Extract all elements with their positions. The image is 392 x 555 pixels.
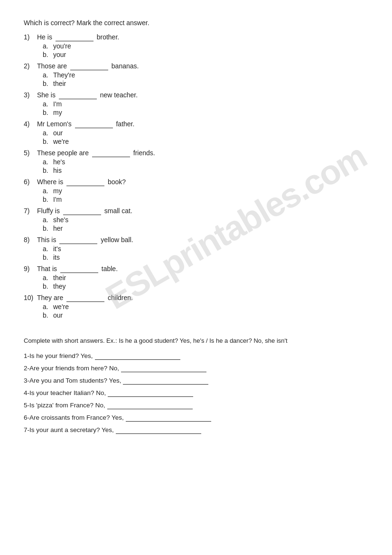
question-text: Where is book? (37, 178, 126, 186)
answer-blank (70, 62, 108, 70)
section1-instructions: Which is correct? Mark the correct answe… (24, 19, 368, 27)
option-block: b.my (43, 109, 368, 116)
question-text: That is table. (37, 265, 118, 273)
option-line: b.their (43, 80, 368, 87)
option-label: b. (43, 109, 53, 116)
question-block: 1)He is brother.a.you'reb.your (24, 33, 368, 58)
option-text: their (53, 274, 66, 282)
question-line: 7)Fluffy is small cat. (24, 207, 368, 215)
question-text: This is yellow ball. (37, 236, 133, 244)
option-line: b.my (43, 109, 368, 116)
option-label: b. (43, 311, 53, 319)
option-line: b.her (43, 225, 368, 232)
question-line: 4)Mr Lemon's father. (24, 120, 368, 128)
option-text: you're (53, 42, 71, 50)
question-line: 8)This is yellow ball. (24, 236, 368, 244)
short-answer-line: 7-Is your aunt a secretary? Yes, (24, 426, 368, 434)
question-block: 2)Those are bananas.a.They'reb.their (24, 62, 368, 87)
option-label: b. (43, 51, 53, 58)
option-line: a.They're (43, 71, 368, 79)
option-text: your (53, 51, 66, 58)
short-answer-text: 4-Is your teacher Italian? No, (24, 389, 106, 396)
question-number: 5) (24, 149, 37, 157)
option-label: b. (43, 196, 53, 203)
short-answer-blank (121, 365, 206, 372)
short-answer-line: 1-Is he your friend? Yes, (24, 352, 368, 360)
short-answer-text: 1-Is he your friend? Yes, (24, 352, 93, 359)
question-text: She is new teacher. (37, 91, 138, 99)
option-line: b.we're (43, 138, 368, 145)
option-line: a.my (43, 187, 368, 195)
option-line: a.we're (43, 303, 368, 310)
answer-blank (59, 91, 97, 99)
question-number: 4) (24, 120, 37, 128)
option-text: my (53, 187, 62, 195)
short-answer-block: 1-Is he your friend? Yes, (24, 352, 368, 360)
page-content: ESLprintables.com Which is correct? Mark… (24, 19, 368, 434)
option-label: a. (43, 100, 53, 108)
question-text: Mr Lemon's father. (37, 120, 134, 128)
option-line: a.he's (43, 158, 368, 166)
section1: Which is correct? Mark the correct answe… (24, 19, 368, 319)
option-line: a.she's (43, 216, 368, 224)
option-block: a.he's (43, 158, 368, 166)
option-line: a.their (43, 274, 368, 282)
question-block: 3)She is new teacher.a.I'mb.my (24, 91, 368, 116)
short-answer-blank (95, 352, 180, 360)
answer-blank (56, 33, 93, 41)
short-answer-block: 2-Are your friends from here? No, (24, 365, 368, 372)
option-text: my (53, 109, 62, 116)
questions-container: 1)He is brother.a.you'reb.your2)Those ar… (24, 33, 368, 319)
question-text: Those are bananas. (37, 62, 139, 70)
option-block: b.our (43, 311, 368, 319)
option-label: a. (43, 42, 53, 50)
option-text: its (53, 254, 60, 261)
answer-blank (60, 265, 98, 273)
question-block: 8)This is yellow ball.a.it'sb.its (24, 236, 368, 261)
short-answer-block: 3-Are you and Tom students? Yes, (24, 377, 368, 385)
option-line: a.our (43, 129, 368, 137)
option-line: b.they (43, 282, 368, 290)
option-text: I'm (53, 100, 62, 108)
short-answer-line: 2-Are your friends from here? No, (24, 365, 368, 372)
short-answer-block: 4-Is your teacher Italian? No, (24, 389, 368, 397)
option-block: a.They're (43, 71, 368, 79)
option-block: b.I'm (43, 196, 368, 203)
option-text: she's (53, 216, 68, 224)
question-number: 6) (24, 178, 37, 186)
question-number: 8) (24, 236, 37, 244)
short-answers-container: 1-Is he your friend? Yes, 2-Are your fri… (24, 352, 368, 434)
option-text: her (53, 225, 63, 232)
option-line: b.his (43, 167, 368, 174)
option-text: he's (53, 158, 65, 166)
short-answer-blank (123, 377, 208, 385)
option-label: a. (43, 303, 53, 310)
short-answer-text: 3-Are you and Tom students? Yes, (24, 377, 121, 384)
question-block: 7)Fluffy is small cat.a.she'sb.her (24, 207, 368, 232)
option-label: b. (43, 254, 53, 261)
option-text: his (53, 167, 62, 174)
short-answer-text: 7-Is your aunt a secretary? Yes, (24, 426, 114, 433)
question-line: 2)Those are bananas. (24, 62, 368, 70)
option-block: a.we're (43, 303, 368, 310)
question-line: 5)These people are friends. (24, 149, 368, 157)
option-text: we're (53, 138, 69, 145)
option-line: a.it's (43, 245, 368, 253)
option-label: a. (43, 245, 53, 253)
option-block: a.our (43, 129, 368, 137)
option-line: b.your (43, 51, 368, 58)
question-line: 10)They are children. (24, 294, 368, 302)
question-block: 6)Where is book?a.myb.I'm (24, 178, 368, 203)
option-block: b.his (43, 167, 368, 174)
option-label: b. (43, 167, 53, 174)
option-block: b.their (43, 80, 368, 87)
option-block: b.we're (43, 138, 368, 145)
option-line: b.its (43, 254, 368, 261)
option-block: a.you're (43, 42, 368, 50)
option-label: a. (43, 158, 53, 166)
option-text: I'm (53, 196, 62, 203)
question-text: Fluffy is small cat. (37, 207, 132, 215)
option-block: a.she's (43, 216, 368, 224)
option-block: a.it's (43, 245, 368, 253)
option-text: they (53, 282, 65, 290)
